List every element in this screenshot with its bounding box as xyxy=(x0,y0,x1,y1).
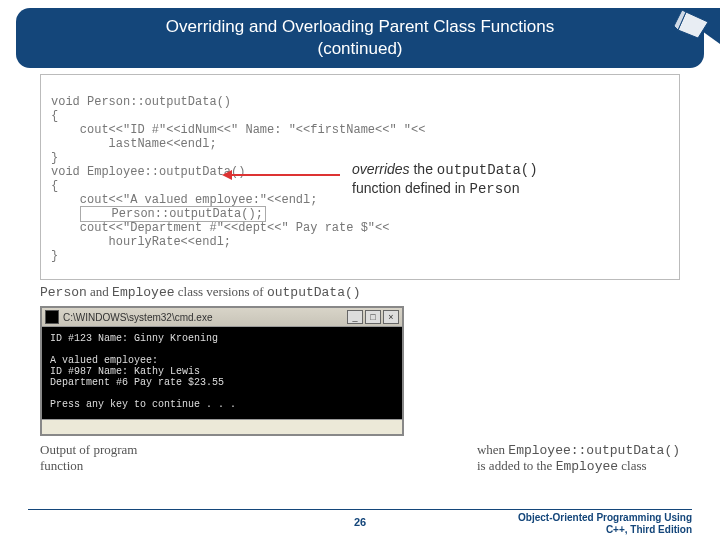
footer-rule xyxy=(28,509,692,510)
callout-text: the xyxy=(410,161,437,177)
callout-emph: overrides xyxy=(352,161,410,177)
cap-text: function xyxy=(40,458,137,474)
console-statusbar xyxy=(42,419,402,434)
console-titlebar: C:\WINDOWS\system32\cmd.exe _ □ × xyxy=(42,308,402,327)
book-line: Object-Oriented Programming Using xyxy=(518,512,692,524)
cap-mono: Employee::outputData() xyxy=(508,443,680,458)
callout-mono: outputData() xyxy=(437,162,538,178)
title-line-2: (continued) xyxy=(36,38,684,60)
book-title: Object-Oriented Programming Using C++, T… xyxy=(518,512,692,536)
figure-caption-1: Person and Employee class versions of ou… xyxy=(40,284,680,300)
cmd-icon xyxy=(45,310,59,324)
code-line: } xyxy=(51,151,58,165)
console-line: A valued employee: xyxy=(50,355,158,366)
code-line: { xyxy=(51,179,58,193)
title-line-1: Overriding and Overloading Parent Class … xyxy=(36,16,684,38)
console-window: C:\WINDOWS\system32\cmd.exe _ □ × ID #12… xyxy=(40,306,404,436)
override-callout: overrides the outputData() function defi… xyxy=(352,160,538,198)
code-line: cout<<"ID #"<<idNum<<" Name: "<<firstNam… xyxy=(51,123,425,137)
code-line: hourlyRate<<endl; xyxy=(51,235,231,249)
cap2-left: Output of program function xyxy=(40,442,137,474)
callout-mono: Person xyxy=(470,181,520,197)
console-line: ID #123 Name: Ginny Kroening xyxy=(50,333,218,344)
console-line: Press any key to continue . . . xyxy=(50,399,236,410)
cap-text: Output of program xyxy=(40,442,137,458)
maximize-button[interactable]: □ xyxy=(365,310,381,324)
code-line: void Person::outputData() xyxy=(51,95,231,109)
slide-title: Overriding and Overloading Parent Class … xyxy=(16,8,704,68)
code-line-highlight: Person::outputData(); xyxy=(80,206,266,222)
code-line: lastName<<endl; xyxy=(51,137,217,151)
minimize-button[interactable]: _ xyxy=(347,310,363,324)
close-button[interactable]: × xyxy=(383,310,399,324)
cap-text: is added to the xyxy=(477,458,556,473)
figure-caption-2: Output of program function when Employee… xyxy=(40,442,680,474)
arrow-icon xyxy=(230,174,340,176)
cap-mono: outputData() xyxy=(267,285,361,300)
callout-text: function defined in xyxy=(352,180,470,196)
cap-text: and xyxy=(87,284,112,299)
code-line: } xyxy=(51,249,58,263)
cap2-right: when Employee::outputData() is added to … xyxy=(477,442,680,474)
cap-text: when xyxy=(477,442,508,457)
code-line: void Employee::outputData() xyxy=(51,165,245,179)
code-line: cout<<"A valued employee:"<<endl; xyxy=(51,193,317,207)
book-line: C++, Third Edition xyxy=(518,524,692,536)
code-line: cout<<"Department #"<<dept<<" Pay rate $… xyxy=(51,221,389,235)
cap-mono: Employee xyxy=(556,459,618,474)
cap-text: class versions of xyxy=(175,284,267,299)
cap-mono: Employee xyxy=(112,285,174,300)
code-line: { xyxy=(51,109,58,123)
console-title: C:\WINDOWS\system32\cmd.exe xyxy=(63,312,212,323)
cap-mono: Person xyxy=(40,285,87,300)
console-line: ID #987 Name: Kathy Lewis xyxy=(50,366,200,377)
cap-text: class xyxy=(618,458,647,473)
console-line: Department #6 Pay rate $23.55 xyxy=(50,377,224,388)
console-output: ID #123 Name: Ginny Kroening A valued em… xyxy=(42,327,402,419)
logo-corner xyxy=(650,8,720,64)
